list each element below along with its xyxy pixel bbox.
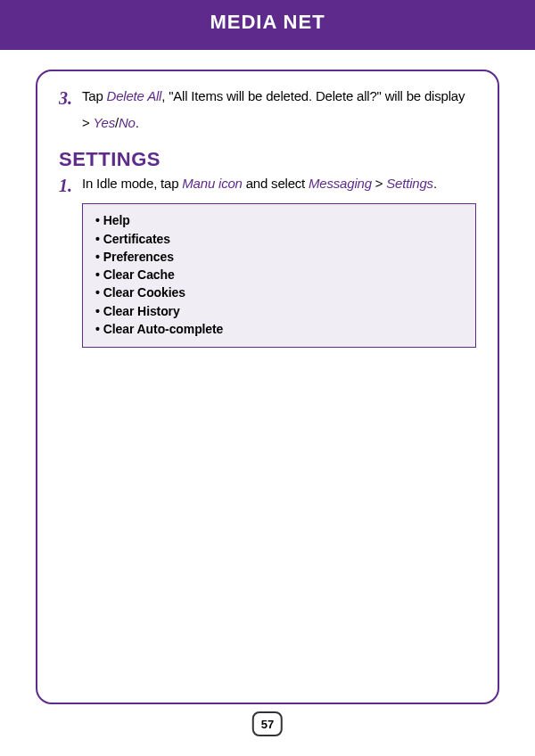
bullet-icon: • bbox=[95, 213, 100, 227]
step-1-text-a: In Idle mode, tap bbox=[82, 176, 182, 191]
step-3-text: Tap Delete All, "All Items will be delet… bbox=[82, 87, 465, 105]
option-label: Preferences bbox=[103, 250, 174, 264]
bullet-icon: • bbox=[95, 285, 100, 300]
step-1-text-d: . bbox=[433, 176, 437, 191]
step-3-cont-b: . bbox=[136, 115, 139, 130]
manu-icon-link: Manu icon bbox=[182, 176, 242, 191]
step-1-text: In Idle mode, tap Manu icon and select M… bbox=[82, 175, 437, 193]
messaging-link: Messaging bbox=[309, 176, 372, 191]
bullet-icon: • bbox=[95, 322, 100, 336]
step-1-text-c: > bbox=[372, 176, 387, 191]
page-number: 57 bbox=[261, 718, 274, 731]
list-item: •Clear History bbox=[95, 302, 463, 320]
option-label: Clear Cookies bbox=[103, 285, 185, 300]
step-3-text-b: , "All Items will be deleted. Delete all… bbox=[161, 88, 465, 103]
page-title: MEDIA NET bbox=[210, 11, 325, 34]
bullet-icon: • bbox=[95, 250, 100, 264]
list-item: •Certificates bbox=[95, 230, 463, 248]
delete-all-link: Delete All bbox=[107, 88, 162, 103]
option-label: Help bbox=[103, 213, 130, 227]
bullet-icon: • bbox=[95, 267, 100, 282]
list-item: •Clear Auto-complete bbox=[95, 320, 463, 338]
settings-heading: SETTINGS bbox=[59, 148, 482, 171]
step-3-cont-a: > bbox=[82, 115, 94, 130]
list-item: •Clear Cookies bbox=[95, 284, 463, 301]
list-item: •Preferences bbox=[95, 248, 463, 266]
list-item: •Clear Cache bbox=[95, 266, 463, 284]
step-3: 3. Tap Delete All, "All Items will be de… bbox=[59, 87, 482, 109]
yes-link: Yes bbox=[94, 115, 115, 130]
page-number-badge: 57 bbox=[252, 711, 283, 736]
step-1: 1. In Idle mode, tap Manu icon and selec… bbox=[59, 175, 482, 196]
step-3-text-a: Tap bbox=[82, 88, 107, 103]
bullet-icon: • bbox=[95, 304, 100, 318]
option-label: Certificates bbox=[103, 232, 170, 246]
list-item: •Help bbox=[95, 211, 463, 229]
option-label: Clear Cache bbox=[103, 267, 175, 282]
content-frame: 3. Tap Delete All, "All Items will be de… bbox=[36, 70, 499, 704]
no-link: No bbox=[119, 115, 136, 130]
option-label: Clear History bbox=[103, 304, 180, 318]
header-bar: MEDIA NET bbox=[0, 0, 535, 50]
step-3-continuation: > Yes/No. bbox=[59, 114, 482, 132]
options-box: •Help •Certificates •Preferences •Clear … bbox=[82, 203, 476, 348]
step-1-number: 1. bbox=[59, 175, 82, 196]
bullet-icon: • bbox=[95, 232, 100, 246]
option-label: Clear Auto-complete bbox=[103, 322, 224, 336]
step-1-text-b: and select bbox=[243, 176, 309, 191]
step-3-number: 3. bbox=[59, 87, 82, 109]
settings-link: Settings bbox=[386, 176, 433, 191]
